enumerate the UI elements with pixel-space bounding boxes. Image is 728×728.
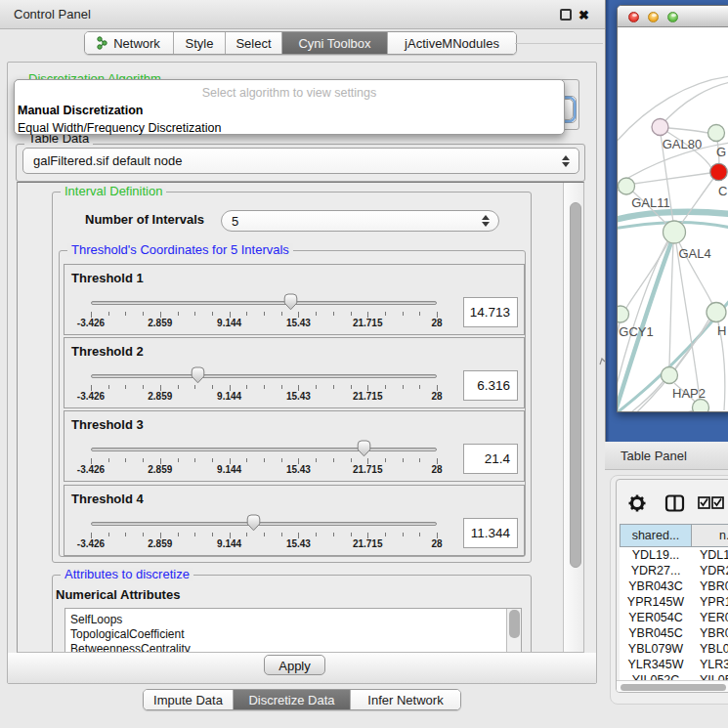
table-cell[interactable]: YBL079W bbox=[620, 641, 692, 657]
network-edge[interactable] bbox=[669, 243, 673, 366]
close-traffic-light[interactable] bbox=[628, 12, 639, 22]
network-node[interactable] bbox=[664, 221, 686, 243]
zoom-traffic-light[interactable] bbox=[667, 12, 678, 22]
close-icon[interactable]: ✖ bbox=[578, 9, 589, 21]
threshold-value-field[interactable]: 21.4 bbox=[463, 444, 518, 474]
table-cell[interactable]: YER054C bbox=[620, 610, 692, 625]
network-node[interactable] bbox=[662, 367, 678, 384]
tab-label: Style bbox=[186, 36, 214, 51]
float-window-icon[interactable] bbox=[560, 9, 572, 21]
slider-track[interactable] bbox=[91, 374, 437, 378]
tab-discretize-data[interactable]: Discretize Data bbox=[234, 690, 351, 709]
threshold-value-field[interactable]: 6.316 bbox=[463, 370, 518, 401]
settings-vertical-scrollbar[interactable] bbox=[563, 183, 584, 652]
slider-tick bbox=[125, 458, 126, 462]
scrollbar-thumb[interactable] bbox=[621, 684, 726, 691]
slider-tick bbox=[351, 312, 352, 316]
network-node[interactable] bbox=[619, 178, 635, 194]
slider-thumb[interactable] bbox=[246, 514, 261, 532]
table-cell[interactable]: YBR043C bbox=[692, 578, 728, 594]
network-node-label: HAP2 bbox=[672, 386, 706, 401]
network-node[interactable] bbox=[710, 163, 727, 180]
slider-track[interactable] bbox=[91, 522, 437, 526]
slider-track[interactable] bbox=[91, 448, 437, 451]
tab-style[interactable]: Style bbox=[174, 32, 226, 54]
panel-divider-grip[interactable] bbox=[599, 358, 606, 365]
network-edge[interactable] bbox=[660, 82, 728, 127]
popup-placeholder: Select algorithm to view settings bbox=[15, 86, 564, 100]
table-cell[interactable]: YER054C bbox=[692, 610, 728, 625]
attributes-list-scrollbar[interactable] bbox=[506, 609, 521, 653]
scrollbar-thumb[interactable] bbox=[570, 202, 581, 568]
slider-tick bbox=[108, 533, 109, 536]
network-edge[interactable] bbox=[618, 410, 693, 411]
number-of-intervals-combobox[interactable]: 5 bbox=[221, 210, 499, 232]
scrollbar-thumb[interactable] bbox=[509, 610, 520, 638]
table-header-cell[interactable]: shared... bbox=[620, 524, 692, 547]
gear-icon[interactable] bbox=[629, 495, 646, 512]
table-cell[interactable]: YBR045C bbox=[692, 625, 728, 641]
tab-label: Network bbox=[113, 36, 160, 51]
network-edge[interactable] bbox=[634, 173, 710, 184]
select-columns-icon[interactable] bbox=[699, 497, 723, 508]
popup-item[interactable]: Equal Width/Frequency Discretization bbox=[18, 121, 221, 135]
network-node[interactable] bbox=[708, 125, 725, 142]
table-data-combobox[interactable]: galFiltered.sif default node bbox=[22, 148, 579, 174]
slider-thumb[interactable] bbox=[191, 366, 205, 384]
node-table[interactable]: shared...YDL19...YDR27...YBR043CYPR145WY… bbox=[620, 524, 728, 688]
slider-tick-label: 2.859 bbox=[137, 464, 184, 475]
threshold-label: Threshold 4 bbox=[71, 492, 144, 506]
network-edge[interactable] bbox=[681, 172, 718, 224]
network-canvas[interactable]: GAL80GCGAL11GAL4GCY1HHAP2 bbox=[618, 27, 728, 411]
table-cell[interactable]: YBL079W bbox=[692, 641, 728, 657]
slider-tick bbox=[281, 312, 282, 316]
table-cell[interactable]: YDR27... bbox=[620, 563, 692, 578]
slider-tick bbox=[125, 312, 126, 316]
threshold-value-field[interactable]: 14.713 bbox=[463, 297, 518, 327]
slider-tick bbox=[143, 533, 144, 536]
tab-select[interactable]: Select bbox=[226, 32, 282, 54]
attribute-list-item[interactable]: TopologicalCoefficient bbox=[65, 627, 506, 642]
slider-thumb[interactable] bbox=[357, 440, 371, 457]
attribute-list-item[interactable]: BetweennessCentrality bbox=[65, 642, 506, 653]
network-node[interactable] bbox=[707, 303, 726, 322]
slider-tick bbox=[351, 385, 352, 389]
table-cell[interactable]: YLR345W bbox=[692, 657, 728, 672]
slider-tick bbox=[333, 533, 334, 536]
network-node[interactable] bbox=[652, 119, 668, 136]
tab-cyni-toolbox[interactable]: Cyni Toolbox bbox=[282, 32, 388, 54]
table-cell[interactable]: YDL19... bbox=[620, 547, 692, 563]
slider-tick bbox=[212, 312, 213, 316]
numerical-attributes-list[interactable]: SelfLoopsTopologicalCoefficientBetweenne… bbox=[64, 608, 522, 653]
tab-network[interactable]: Network bbox=[85, 32, 174, 54]
network-edge-thick[interactable] bbox=[618, 235, 674, 411]
slider-thumb[interactable] bbox=[283, 293, 298, 311]
table-horizontal-scrollbar[interactable] bbox=[617, 680, 728, 693]
slider-tick bbox=[194, 458, 195, 462]
popup-item[interactable]: Manual Discretization bbox=[18, 104, 144, 117]
network-edge[interactable] bbox=[676, 243, 700, 399]
attribute-list-item[interactable]: SelfLoops bbox=[65, 613, 506, 627]
slider-tick bbox=[385, 385, 386, 389]
apply-button[interactable]: Apply bbox=[264, 655, 325, 675]
table-cell[interactable]: YPR145W bbox=[620, 594, 692, 610]
table-cell[interactable]: YBR045C bbox=[620, 625, 692, 641]
network-node[interactable] bbox=[693, 400, 709, 412]
table-header-cell[interactable]: n... bbox=[692, 524, 728, 547]
tab-jactivemnodules[interactable]: jActiveMNodules bbox=[388, 32, 516, 54]
tab-infer-network[interactable]: Infer Network bbox=[351, 690, 460, 709]
table-cell[interactable]: YBR043C bbox=[620, 578, 692, 594]
threshold-value-field[interactable]: 11.344 bbox=[463, 518, 518, 548]
table-cell[interactable]: YDR27... bbox=[692, 563, 728, 578]
network-node[interactable] bbox=[618, 306, 629, 322]
columns-icon[interactable] bbox=[666, 496, 683, 511]
table-cell[interactable]: YPR145W bbox=[692, 594, 728, 610]
table-cell[interactable]: YDL19... bbox=[692, 547, 728, 563]
table-cell[interactable]: YLR345W bbox=[620, 657, 692, 672]
tab-impute-data[interactable]: Impute Data bbox=[144, 690, 234, 709]
minimize-traffic-light[interactable] bbox=[648, 12, 659, 22]
slider-tick bbox=[351, 533, 352, 536]
slider-tick bbox=[316, 385, 317, 389]
slider-track[interactable] bbox=[91, 301, 437, 305]
network-window-titlebar[interactable] bbox=[618, 6, 728, 27]
